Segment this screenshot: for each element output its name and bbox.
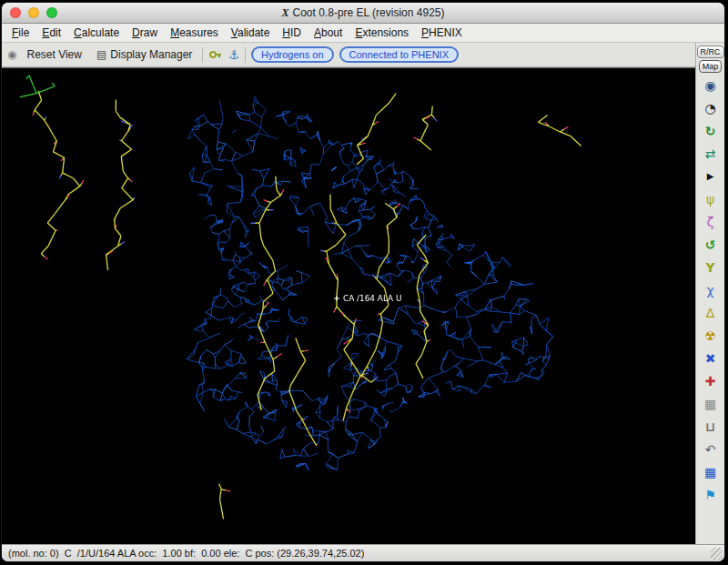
rotate-translate-icon[interactable]: ↺: [700, 233, 722, 256]
window-controls: [2, 7, 57, 18]
menu-measures[interactable]: Measures: [164, 25, 225, 41]
reset-view-label: Reset View: [26, 48, 81, 61]
undo-icon[interactable]: ↶: [700, 438, 722, 460]
menu-phenix[interactable]: PHENIX: [415, 25, 469, 41]
menu-hid[interactable]: HID: [276, 25, 308, 41]
zoom-button[interactable]: [46, 7, 57, 18]
radioactive-icon[interactable]: ☢: [700, 324, 722, 347]
flip-peptide-icon[interactable]: Δ: [700, 301, 722, 324]
right-toolbar: R/RC Map ◉ ◔ ↻ ⇄ ▶ ψ ζ ↺ Y χ Δ ☢ ✖ ✚ ▦ ⊔…: [695, 43, 724, 544]
menu-file[interactable]: File: [5, 25, 35, 41]
phenix-connection-button[interactable]: Connected to PHENIX: [339, 46, 459, 63]
coot-window: XCoot 0.8-pre EL (revision 4925) File Ed…: [2, 3, 724, 561]
auto-fit-rotamer-icon[interactable]: Y: [700, 256, 722, 278]
rrc-button[interactable]: R/RC: [697, 45, 724, 58]
toolbar-separator: [202, 47, 203, 63]
clear-picks-icon[interactable]: ✖: [700, 347, 722, 369]
molecular-viewport[interactable]: [2, 68, 695, 544]
menu-draw[interactable]: Draw: [126, 25, 164, 41]
delete-icon[interactable]: ⊔: [700, 415, 722, 438]
display-manager-label: Display Manager: [110, 48, 192, 61]
window-title-text: Coot 0.8-pre EL (revision 4925): [293, 6, 445, 19]
display-manager-button[interactable]: ▤Display Manager: [92, 46, 197, 63]
mutate-icon[interactable]: ζ: [700, 210, 722, 233]
menu-validate[interactable]: Validate: [225, 25, 277, 41]
clock-icon[interactable]: ◔: [700, 96, 722, 119]
viewport-container: [2, 67, 695, 544]
key-icon[interactable]: [208, 47, 223, 62]
menu-bar: File Edit Calculate Draw Measures Valida…: [2, 24, 724, 43]
toolbar-circle-icon[interactable]: ◉: [7, 48, 16, 61]
display-manager-icon: ▤: [96, 48, 106, 61]
menu-extensions[interactable]: Extensions: [349, 25, 415, 41]
status-bar: (mol. no: 0) C /1/U/164 ALA occ: 1.00 bf…: [2, 544, 724, 561]
resize-grip[interactable]: [711, 548, 723, 560]
close-button[interactable]: [10, 7, 21, 18]
title-bar[interactable]: XCoot 0.8-pre EL (revision 4925): [2, 3, 724, 24]
flag-icon[interactable]: ⚑: [700, 483, 722, 506]
minimize-button[interactable]: [28, 7, 39, 18]
add-atom-icon[interactable]: ✚: [700, 369, 722, 392]
grid-icon[interactable]: ▦: [700, 392, 722, 415]
hydrogens-toggle-button[interactable]: Hydrogens on: [251, 46, 334, 63]
main-toolbar: ◉ Reset View ▤Display Manager ⚓ Hydrogen…: [2, 43, 695, 67]
regularize-icon[interactable]: ⇄: [700, 142, 722, 165]
menu-calculate[interactable]: Calculate: [67, 25, 126, 41]
chi-angles-icon[interactable]: χ: [700, 278, 722, 301]
status-text: (mol. no: 0) C /1/U/164 ALA occ: 1.00 bf…: [2, 548, 364, 559]
map-button[interactable]: Map: [699, 60, 723, 73]
anchor-icon[interactable]: ⚓: [228, 48, 239, 62]
window-title: XCoot 0.8-pre EL (revision 4925): [2, 6, 724, 20]
x11-icon: X: [282, 6, 289, 19]
refine-icon[interactable]: ↻: [700, 119, 722, 142]
menu-edit[interactable]: Edit: [35, 25, 67, 41]
pointer-icon[interactable]: ▶: [700, 165, 722, 187]
menu-about[interactable]: About: [308, 25, 349, 41]
toolbar-separator: [245, 47, 246, 63]
view-sphere-icon[interactable]: ◉: [700, 74, 722, 96]
maps-grid-icon[interactable]: ▦: [700, 460, 722, 483]
rotamer-icon[interactable]: ψ: [700, 187, 722, 210]
reset-view-button[interactable]: Reset View: [22, 46, 86, 63]
